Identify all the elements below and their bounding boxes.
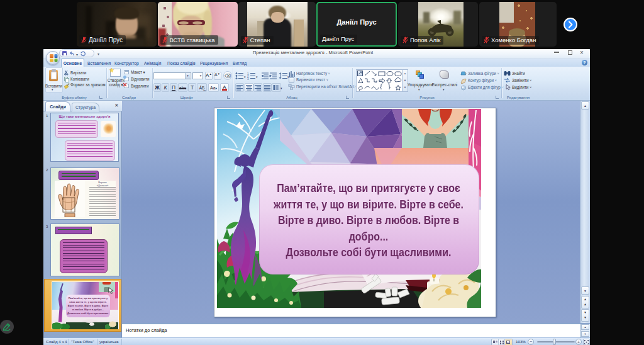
svg-text:3: 3 — [247, 77, 249, 80]
